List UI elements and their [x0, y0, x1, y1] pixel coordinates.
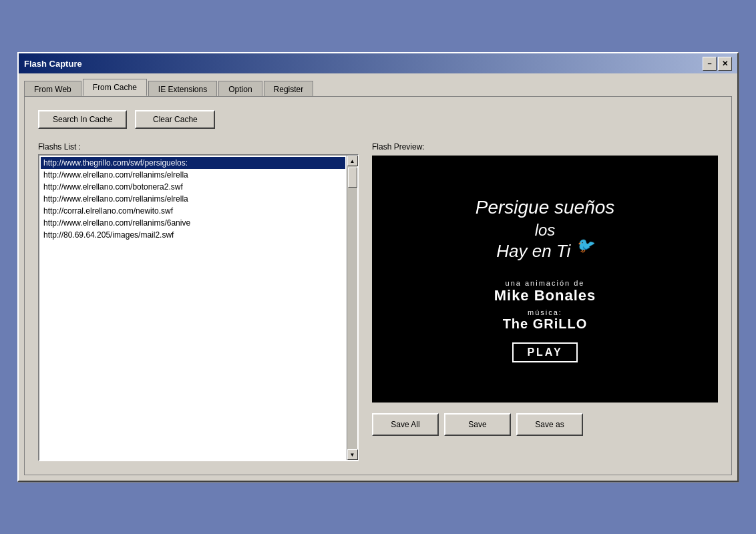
- minimize-button[interactable]: –: [703, 57, 717, 71]
- save-all-button[interactable]: Save All: [372, 413, 439, 436]
- flash-list-section: Flashs List : http://www.thegrillo.com/s…: [38, 142, 359, 461]
- clear-cache-button[interactable]: Clear Cache: [135, 110, 215, 129]
- save-buttons-row: Save All Save Save as: [372, 413, 718, 436]
- list-item[interactable]: http://www.elrellano.com/rellanims/elrel…: [41, 169, 345, 181]
- preview-author: Mike Bonales: [476, 287, 615, 304]
- flash-preview-box: Persigue sueños los Hay en Ti 🐦: [372, 156, 718, 403]
- preview-title-lines: Persigue sueños los Hay en Ti 🐦: [476, 196, 615, 274]
- search-in-cache-button[interactable]: Search In Cache: [38, 110, 127, 129]
- list-item[interactable]: http://www.elrellano.com/botonera2.swf: [41, 181, 345, 193]
- title-bar: Flash Capture – ✕: [19, 53, 737, 73]
- title-bar-buttons: – ✕: [703, 57, 732, 71]
- scroll-up-button[interactable]: ▲: [347, 156, 358, 166]
- list-item[interactable]: http://www.elrellano.com/rellanims/elrel…: [41, 193, 345, 205]
- scroll-thumb[interactable]: [348, 168, 357, 188]
- flash-listbox-wrapper: http://www.thegrillo.com/swf/persiguelos…: [38, 154, 359, 461]
- scroll-down-button[interactable]: ▼: [347, 449, 358, 460]
- list-item[interactable]: http://www.thegrillo.com/swf/persiguelos…: [41, 157, 345, 169]
- main-window: Flash Capture – ✕ From Web From Cache IE…: [17, 52, 739, 482]
- preview-title-block: Persigue sueños los Hay en Ti 🐦: [476, 196, 615, 274]
- flash-preview-label: Flash Preview:: [372, 142, 718, 152]
- flash-preview-section: Flash Preview: Persigue sueños los: [372, 142, 718, 461]
- window-title: Flash Capture: [24, 59, 82, 69]
- tab-ie-extensions[interactable]: IE Extensions: [148, 81, 217, 97]
- preview-music-label: música:: [476, 308, 615, 316]
- flashs-list-label: Flashs List :: [38, 142, 359, 152]
- scroll-track: [347, 166, 357, 449]
- preview-grillo: The GRiLLO: [476, 316, 615, 332]
- tab-from-cache[interactable]: From Cache: [83, 79, 147, 96]
- scrollbar[interactable]: ▲ ▼: [347, 156, 357, 460]
- tab-content: Search In Cache Clear Cache Flashs List …: [24, 96, 732, 475]
- action-buttons: Search In Cache Clear Cache: [38, 110, 718, 129]
- list-item[interactable]: http://80.69.64.205/images/mail2.swf: [41, 229, 345, 241]
- preview-bird-icon: 🐦: [576, 237, 594, 254]
- main-layout: Flashs List : http://www.thegrillo.com/s…: [38, 142, 718, 461]
- flash-listbox[interactable]: http://www.thegrillo.com/swf/persiguelos…: [39, 156, 347, 460]
- tab-option[interactable]: Option: [218, 81, 262, 97]
- preview-subtitle: una animación de: [476, 279, 615, 287]
- list-item[interactable]: http://corral.elrellano.com/newito.swf: [41, 205, 345, 217]
- preview-title-line3: Hay en Ti 🐦: [476, 240, 615, 263]
- preview-play-button[interactable]: PLAY: [512, 342, 577, 362]
- tab-from-web[interactable]: From Web: [24, 81, 81, 97]
- content-area: From Web From Cache IE Extensions Option…: [19, 73, 737, 481]
- flash-preview-content: Persigue sueños los Hay en Ti 🐦: [462, 182, 628, 376]
- preview-title-line1: Persigue sueños: [476, 196, 615, 220]
- tab-bar: From Web From Cache IE Extensions Option…: [24, 79, 732, 96]
- close-button[interactable]: ✕: [718, 57, 732, 71]
- save-as-button[interactable]: Save as: [516, 413, 583, 436]
- save-button[interactable]: Save: [444, 413, 511, 436]
- tab-register[interactable]: Register: [264, 81, 314, 97]
- list-item[interactable]: http://www.elrellano.com/rellanims/6aniv…: [41, 217, 345, 229]
